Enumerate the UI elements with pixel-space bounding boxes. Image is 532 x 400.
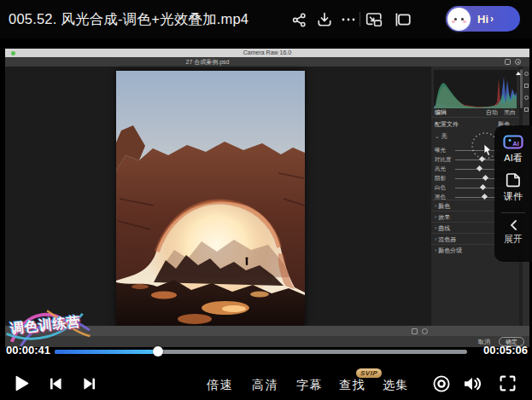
next-button[interactable] bbox=[83, 377, 96, 394]
clipping-indicator-icon bbox=[516, 72, 521, 75]
acr-profile-label: 配置文件 bbox=[435, 119, 459, 130]
mouse-cursor bbox=[483, 144, 493, 157]
control-bar: 倍速 高清 字幕 查找 SVIP 选集 bbox=[0, 365, 532, 400]
ai-icon-text: AI bbox=[512, 140, 519, 148]
ai-view-label: AI看 bbox=[504, 152, 522, 165]
share-button[interactable] bbox=[290, 11, 307, 28]
book-icon bbox=[506, 172, 522, 188]
acr-slider-label: 高光 bbox=[435, 164, 446, 173]
acr-titlebar: Camera Raw 16.0 bbox=[5, 49, 529, 57]
search-button[interactable]: 查找 bbox=[339, 378, 365, 393]
play-icon bbox=[14, 374, 30, 392]
speed-button[interactable]: 倍速 bbox=[207, 378, 233, 393]
acr-toolbar: 27 合成案例.psd bbox=[5, 57, 529, 67]
acr-section-label: 混色器 bbox=[438, 236, 456, 242]
play-button[interactable] bbox=[14, 374, 30, 396]
acr-auto-label: 自动 bbox=[486, 109, 498, 115]
progress-row: 00:00:41 00:05:06 bbox=[0, 341, 532, 363]
fullscreen-button[interactable] bbox=[500, 375, 516, 395]
episodes-button[interactable]: 选集 bbox=[383, 378, 409, 393]
acr-tool-icon bbox=[524, 84, 529, 88]
acr-zoom-level: 66.7% bbox=[12, 326, 29, 336]
acr-edit-label: 编辑 bbox=[435, 107, 447, 117]
acr-slider-label: 曝光 bbox=[435, 145, 446, 154]
acr-settings-icon bbox=[515, 59, 521, 65]
window-control-green bbox=[11, 51, 15, 55]
acr-section-label: 曲线 bbox=[438, 225, 450, 231]
more-icon bbox=[341, 12, 356, 27]
acr-window-title: Camera Raw 16.0 bbox=[5, 49, 529, 57]
courseware-button[interactable]: 课件 bbox=[504, 172, 523, 203]
chevron-down-icon: 亮 bbox=[435, 131, 447, 142]
video-area[interactable]: Camera Raw 16.0 27 合成案例.psd bbox=[0, 38, 532, 347]
download-icon bbox=[317, 12, 332, 27]
page-title: 005.52. 风光合成-调色+光效叠加.mp4 bbox=[9, 10, 248, 29]
acr-tool-icon bbox=[524, 72, 529, 76]
acr-doc-title: 27 合成案例.psd bbox=[5, 57, 410, 67]
acr-status-icon bbox=[412, 328, 418, 334]
chevron-left-icon bbox=[510, 220, 517, 230]
acr-section-label: 效果 bbox=[438, 214, 450, 220]
web-fullscreen-button[interactable] bbox=[395, 11, 412, 28]
histogram bbox=[434, 70, 517, 108]
fullscreen-icon bbox=[500, 375, 516, 391]
acr-slider-thumb bbox=[482, 175, 488, 181]
volume-button[interactable] bbox=[463, 375, 482, 396]
acr-slider-thumb bbox=[476, 165, 482, 171]
acr-slider-label: 阴影 bbox=[435, 173, 446, 183]
expand-label: 展开 bbox=[504, 233, 523, 246]
sidebar-divider bbox=[501, 212, 525, 213]
record-icon bbox=[432, 374, 451, 393]
skip-forward-icon bbox=[83, 377, 96, 391]
expand-button[interactable]: 展开 bbox=[504, 220, 523, 246]
avatar-pill[interactable]: Hi › bbox=[446, 6, 520, 32]
current-time: 00:00:41 bbox=[6, 344, 50, 357]
acr-bw-label: 黑白 bbox=[504, 109, 516, 115]
player-stage: 005.52. 风光合成-调色+光效叠加.mp4 bbox=[0, 0, 532, 400]
ai-camera-icon: AI bbox=[503, 134, 523, 149]
chevron-right-icon: › bbox=[490, 13, 494, 25]
acr-edit-row: 编辑 自动 黑白 bbox=[431, 107, 519, 118]
quality-button[interactable]: 高清 bbox=[252, 378, 278, 393]
progress-thumb[interactable] bbox=[153, 346, 163, 357]
total-time: 00:05:06 bbox=[483, 344, 528, 357]
acr-tool-icon bbox=[524, 107, 529, 112]
acr-slider-label: 白色 bbox=[435, 183, 446, 192]
desert-arch-photo bbox=[116, 71, 305, 326]
acr-section-label: 颜色分级 bbox=[438, 247, 462, 253]
avatar-mascot bbox=[447, 8, 471, 31]
share-icon bbox=[292, 13, 307, 27]
acr-slider-thumb bbox=[481, 194, 487, 200]
acr-window: Camera Raw 16.0 27 合成案例.psd bbox=[5, 49, 529, 347]
acr-slider-label: 对比度 bbox=[435, 154, 452, 164]
acr-light-label: 亮 bbox=[441, 133, 447, 139]
overlay-sidebar: AI AI看 课件 展开 bbox=[494, 125, 532, 262]
download-button[interactable] bbox=[316, 11, 333, 28]
web-fullscreen-icon bbox=[395, 12, 412, 27]
acr-slider-thumb bbox=[480, 184, 486, 190]
svip-badge: SVIP bbox=[356, 368, 382, 378]
progress-fill bbox=[55, 350, 158, 354]
courseware-label: 课件 bbox=[504, 190, 523, 203]
volume-icon bbox=[463, 375, 482, 392]
subtitle-button[interactable]: 字幕 bbox=[296, 378, 323, 393]
progress-track[interactable] bbox=[55, 350, 467, 354]
acr-tool-icon bbox=[524, 96, 529, 100]
avatar-greeting: Hi bbox=[477, 13, 488, 26]
topbar: 005.52. 风光合成-调色+光效叠加.mp4 bbox=[0, 0, 532, 38]
ai-view-button[interactable]: AI AI看 bbox=[503, 134, 523, 165]
acr-status-icon bbox=[422, 328, 428, 334]
acr-before-after-icon bbox=[505, 59, 511, 65]
prev-button[interactable] bbox=[49, 377, 62, 394]
more-button[interactable] bbox=[340, 11, 357, 28]
pip-button[interactable] bbox=[365, 11, 383, 28]
topbar-divider bbox=[360, 12, 360, 26]
skip-back-icon bbox=[49, 377, 62, 391]
acr-status-bar: 66.7% bbox=[5, 326, 529, 336]
acr-section-label: 颜色 bbox=[438, 203, 450, 209]
pip-icon bbox=[365, 12, 383, 27]
photo-preview bbox=[116, 71, 305, 326]
record-button[interactable] bbox=[432, 374, 451, 397]
